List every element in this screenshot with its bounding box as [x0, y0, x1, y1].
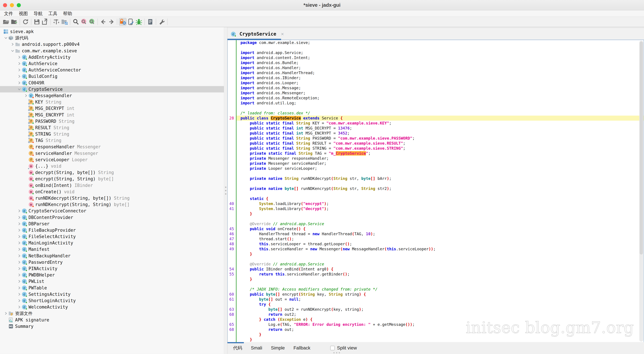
tree-item-manifest[interactable]: cManifest [0, 246, 224, 252]
tree-item-mainloginactivity[interactable]: cMainLoginActivity [0, 240, 224, 246]
tree-item-fileselectactivity[interactable]: cFileSelectActivity [0, 233, 224, 240]
chevron-collapsed-icon[interactable] [17, 75, 22, 78]
chevron-expanded-icon[interactable] [3, 36, 8, 40]
tree-item-messagehandler[interactable]: cMessageHandler [0, 93, 224, 99]
toolbar-class-search-icon[interactable] [80, 18, 88, 26]
tree-item-shortloginactivity[interactable]: cShortLoginActivity [0, 297, 224, 304]
toolbar-log-viewer-icon[interactable] [146, 18, 154, 26]
toolbar-deobfuscation-icon[interactable] [119, 18, 126, 26]
chevron-collapsed-icon[interactable] [17, 209, 22, 213]
chevron-collapsed-icon[interactable] [17, 286, 22, 290]
tree-item-key[interactable]: fKEYString [0, 99, 224, 105]
tree-item-com-mwr-example-sieve[interactable]: com.mwr.example.sieve [0, 48, 224, 54]
tree-item-sieve-apk[interactable]: sieve.apk [0, 28, 224, 35]
toolbar-flat-packages-icon[interactable] [52, 18, 60, 26]
chevron-collapsed-icon[interactable] [10, 43, 15, 46]
tree-item-servicelooper[interactable]: fserviceLooperLooper [0, 157, 224, 163]
tree-item-password[interactable]: fPASSWORDString [0, 118, 224, 125]
toolbar-adb-device-icon[interactable] [127, 18, 135, 26]
chevron-collapsed-icon[interactable] [17, 81, 22, 85]
close-window-button[interactable] [3, 3, 7, 7]
tree-item-pwdbhelper[interactable]: cPWDBHelper [0, 272, 224, 278]
toolbar-nav-back-icon[interactable] [100, 18, 107, 26]
tree-item-dbcontentprovider[interactable]: cDBContentProvider [0, 214, 224, 220]
toolbar-debugger-bug-icon[interactable] [135, 18, 143, 26]
chevron-collapsed-icon[interactable] [17, 267, 22, 270]
chevron-collapsed-icon[interactable] [17, 222, 22, 226]
tree-item-authservice[interactable]: cAuthService [0, 60, 224, 67]
chevron-collapsed-icon[interactable] [17, 247, 22, 251]
chevron-collapsed-icon[interactable] [17, 55, 22, 59]
tree-item-dbparser[interactable]: cDBParser [0, 221, 224, 227]
chevron-collapsed-icon[interactable] [17, 260, 22, 264]
project-tree[interactable]: sieve.apk源代码android.support.p000v4com.mw… [0, 27, 224, 354]
code-editor[interactable]: package com.mwr.example.sieve;import and… [228, 40, 644, 342]
toolbar-reload-icon[interactable] [22, 18, 29, 26]
tree-item-android-support-p000v4[interactable]: android.support.p000v4 [0, 41, 224, 48]
toolbar-add-files-icon[interactable] [10, 18, 18, 26]
chevron-collapsed-icon[interactable] [17, 279, 22, 283]
close-tab-icon[interactable]: × [281, 32, 284, 37]
tree-item-pwtable[interactable]: cPWTable [0, 285, 224, 291]
chevron-expanded-icon[interactable] [17, 87, 22, 91]
toolbar-nav-forward-icon[interactable] [108, 18, 115, 26]
vertical-scrollbar[interactable] [639, 41, 643, 341]
bottom-tab-simple[interactable]: Simple [267, 345, 289, 350]
tree-item-pwlist[interactable]: cPWList [0, 278, 224, 284]
tree-item-authserviceconnector[interactable]: cAuthServiceConnector [0, 67, 224, 73]
toolbar-save-all-icon[interactable] [33, 18, 41, 26]
tree-item-pinactivity[interactable]: cPINActivity [0, 265, 224, 272]
tab-cryptoservice[interactable]: c CryptoService × [228, 28, 287, 40]
tree-item-decrypt-string-byte[interactable]: mdecrypt(String, byte[])String [0, 169, 224, 176]
chevron-collapsed-icon[interactable] [17, 62, 22, 66]
menu-item-file[interactable]: 文件 [1, 11, 16, 17]
menu-item-view[interactable]: 视图 [16, 11, 31, 17]
bottom-tab-fallback[interactable]: Fallback [289, 345, 315, 350]
split-view-toggle[interactable]: Split view [330, 345, 357, 351]
tree-item-apk-signature[interactable]: APK signature [0, 316, 224, 323]
tree-item-[interactable]: 资源文件 [0, 310, 224, 316]
tree-item-servicehandler[interactable]: fserviceHandlerMessenger [0, 150, 224, 157]
menu-item-navigation[interactable]: 导航 [31, 11, 46, 17]
tree-item-[interactable]: 源代码 [0, 35, 224, 41]
tree-item-encrypt-string-string[interactable]: mencrypt(String, String)byte[] [0, 176, 224, 182]
menu-item-tools[interactable]: 工具 [46, 11, 60, 17]
tree-item-result[interactable]: fRESULTString [0, 125, 224, 131]
zoom-window-button[interactable] [17, 3, 21, 7]
tree-item-msg-decrypt[interactable]: fMSG_DECRYPTint [0, 105, 224, 112]
bottom-tab-smali[interactable]: Smali [246, 345, 267, 350]
chevron-collapsed-icon[interactable] [17, 216, 22, 219]
tree-item-c0049r[interactable]: cC0049R [0, 80, 224, 86]
tree-item-responsehandler[interactable]: fresponseHandlerMessenger [0, 144, 224, 150]
chevron-collapsed-icon[interactable] [3, 311, 8, 315]
toolbar-text-search-icon[interactable] [72, 18, 80, 26]
chevron-expanded-icon[interactable] [10, 49, 15, 53]
split-view-checkbox[interactable] [330, 346, 335, 350]
chevron-collapsed-icon[interactable] [17, 68, 22, 72]
chevron-collapsed-icon[interactable] [17, 254, 22, 258]
chevron-collapsed-icon[interactable] [17, 241, 22, 245]
tree-item-onbind-intent[interactable]: monBind(Intent)IBinder [0, 182, 224, 189]
toolbar-open-file-icon[interactable] [2, 18, 10, 26]
chevron-collapsed-icon[interactable] [17, 273, 22, 277]
minimize-window-button[interactable] [10, 3, 14, 7]
tree-item-oncreate[interactable]: monCreate()void [0, 189, 224, 195]
toolbar-export-icon[interactable] [41, 18, 49, 26]
tree-item-msg-encrypt[interactable]: fMSG_ENCRYPTint [0, 112, 224, 118]
tree-item-runndkencrypt-string-string[interactable]: mrunNDKencrypt(String, String)byte[] [0, 201, 224, 208]
tree-item-passwordentry[interactable]: cPasswordEntry [0, 259, 224, 265]
tree-item-filebackupprovider[interactable]: cFileBackupProvider [0, 227, 224, 233]
tree-item-tag[interactable]: fTAGString [0, 137, 224, 144]
tree-item-cryptoservice[interactable]: cCryptoService [0, 86, 224, 93]
tree-item-buildconfig[interactable]: cBuildConfig [0, 73, 224, 80]
tree-item-addentryactivity[interactable]: cAddEntryActivity [0, 54, 224, 60]
tree-item-summary[interactable]: Summary [0, 323, 224, 329]
tree-item-settingsactivity[interactable]: cSettingsActivity [0, 291, 224, 297]
chevron-collapsed-icon[interactable] [17, 292, 22, 296]
tree-item-cryptoserviceconnector[interactable]: cCryptoServiceConnector [0, 208, 224, 214]
chevron-collapsed-icon[interactable] [24, 94, 28, 98]
tree-item-runndkdecrypt-string-byte[interactable]: mrunNDKdecrypt(String, byte[])String [0, 195, 224, 201]
tree-item-string[interactable]: fSTRINGString [0, 131, 224, 137]
vertical-splitter[interactable] [224, 27, 228, 354]
menu-item-help[interactable]: 帮助 [60, 11, 75, 17]
